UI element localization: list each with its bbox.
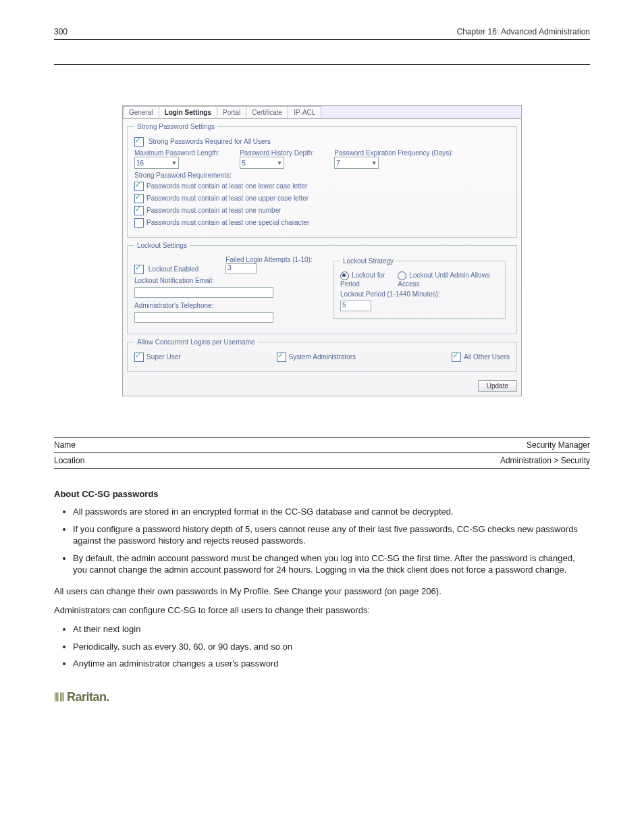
exp-freq-value: 7 <box>336 159 340 167</box>
req-upper-label: Passwords must contain at least one uppe… <box>146 194 308 202</box>
lockout-enabled-checkbox[interactable] <box>134 265 144 274</box>
other-users-label: All Other Users <box>464 353 510 361</box>
req-number-label: Passwords must contain at least one numb… <box>146 207 281 214</box>
other-users-checkbox[interactable] <box>452 353 461 362</box>
sysadmin-label: System Administrators <box>289 353 356 361</box>
max-len-label: Maximum Password Length: <box>134 149 219 157</box>
concurrent-logins-legend: Allow Concurrent Logins per Username <box>134 338 258 346</box>
force-change-intro: Administrators can configure CC-SG to fo… <box>54 604 590 617</box>
logo-text: Raritan. <box>67 690 109 704</box>
page-number: 300 <box>54 27 68 36</box>
tab-certificate[interactable]: Certificate <box>246 106 288 118</box>
req-upper-checkbox[interactable] <box>134 194 144 203</box>
note-name-val: Security Manager <box>527 440 590 450</box>
raritan-logo: ⦀⦀ Raritan. <box>54 690 109 704</box>
password-bullets-2: At their next login Periodically, such a… <box>54 623 590 670</box>
chevron-down-icon: ▼ <box>171 160 177 166</box>
lockout-enabled-label: Lockout Enabled <box>149 265 199 273</box>
lockout-period-input[interactable]: 5 <box>340 301 371 311</box>
strong-password-fieldset: Strong Password Settings Strong Password… <box>127 123 517 238</box>
about-passwords-title: About CC-SG passwords <box>54 489 590 499</box>
exp-freq-select[interactable]: 7▼ <box>334 157 379 169</box>
admin-phone-label: Administrator's Telephone: <box>134 302 315 309</box>
tab-ip-acl[interactable]: IP-ACL <box>288 106 321 118</box>
chevron-down-icon: ▼ <box>371 160 377 166</box>
lockout-email-label: Lockout Notification Email: <box>134 277 315 284</box>
max-len-select[interactable]: 16▼ <box>134 157 179 169</box>
lockout-period-label: Lockout Period (1-1440 Minutes): <box>340 290 498 298</box>
list-item: At their next login <box>73 623 590 635</box>
lockout-for-period-radio[interactable] <box>340 271 349 280</box>
lockout-until-admin-label: Lockout Until Admin Allows Access <box>398 271 490 288</box>
super-user-label: Super User <box>146 353 181 361</box>
chevron-down-icon: ▼ <box>277 160 282 166</box>
strong-pwd-req-label: Strong Password Requirements: <box>134 172 510 179</box>
hist-depth-value: 5 <box>242 159 246 167</box>
header-rule <box>54 39 590 40</box>
info-callout: Name Security Manager Location Administr… <box>54 437 590 469</box>
req-lower-checkbox[interactable] <box>134 182 144 191</box>
max-len-value: 16 <box>136 159 144 167</box>
exp-freq-label: Password Expiration Frequency (Days): <box>334 149 453 157</box>
req-special-label: Passwords must contain at least one spec… <box>146 219 309 226</box>
lockout-until-admin-radio[interactable] <box>398 271 406 280</box>
lockout-email-input[interactable] <box>134 287 273 298</box>
hist-depth-select[interactable]: 5▼ <box>240 157 284 169</box>
lockout-legend: Lockout Settings <box>134 242 190 249</box>
failed-attempts-label: Failed Login Attempts (1-10): <box>225 256 312 263</box>
failed-attempts-input[interactable]: 3 <box>225 263 257 274</box>
list-item: All passwords are stored in an encrypted… <box>73 506 590 518</box>
strong-pwd-required-checkbox[interactable] <box>134 137 144 147</box>
tab-login-settings[interactable]: Login Settings <box>159 106 217 118</box>
change-password-para: All users can change their own passwords… <box>54 585 590 598</box>
tab-general[interactable]: General <box>123 106 159 118</box>
strong-password-legend: Strong Password Settings <box>134 123 217 130</box>
req-lower-label: Passwords must contain at least one lowe… <box>146 182 307 190</box>
strong-pwd-required-label: Strong Passwords Required for All Users <box>149 138 271 145</box>
admin-phone-input[interactable] <box>134 312 273 323</box>
note-name-key: Name <box>54 440 76 450</box>
req-number-checkbox[interactable] <box>134 206 144 215</box>
password-bullets-1: All passwords are stored in an encrypted… <box>54 506 590 576</box>
lockout-strategy-fieldset: Lockout Strategy Lockout for Period Lock… <box>333 257 506 319</box>
note-loc-key: Location <box>54 456 84 465</box>
sysadmin-checkbox[interactable] <box>277 353 286 362</box>
update-button[interactable]: Update <box>478 380 517 392</box>
chapter-title: Chapter 16: Advanced Administration <box>457 27 590 36</box>
req-special-checkbox[interactable] <box>134 218 144 228</box>
lockout-strategy-legend: Lockout Strategy <box>340 257 396 265</box>
list-item: Anytime an administrator changes a user'… <box>73 658 590 670</box>
note-loc-val: Administration > Security <box>500 456 590 465</box>
header-rule-2 <box>54 64 590 65</box>
settings-tabs: General Login Settings Portal Certificat… <box>123 106 521 119</box>
footer: ⦀⦀ Raritan. <box>54 690 590 704</box>
lockout-fieldset: Lockout Settings Lockout Enabled Failed … <box>127 242 517 334</box>
logo-icon: ⦀⦀ <box>54 690 64 704</box>
login-settings-screenshot: General Login Settings Portal Certificat… <box>122 105 522 396</box>
list-item: Periodically, such as every 30, 60, or 9… <box>73 641 590 653</box>
list-item: If you configure a password history dept… <box>73 523 590 547</box>
super-user-checkbox[interactable] <box>134 353 144 362</box>
tab-portal[interactable]: Portal <box>217 106 246 118</box>
concurrent-logins-fieldset: Allow Concurrent Logins per Username Sup… <box>127 338 517 372</box>
list-item: By default, the admin account password m… <box>73 552 590 576</box>
hist-depth-label: Password History Depth: <box>240 149 314 157</box>
